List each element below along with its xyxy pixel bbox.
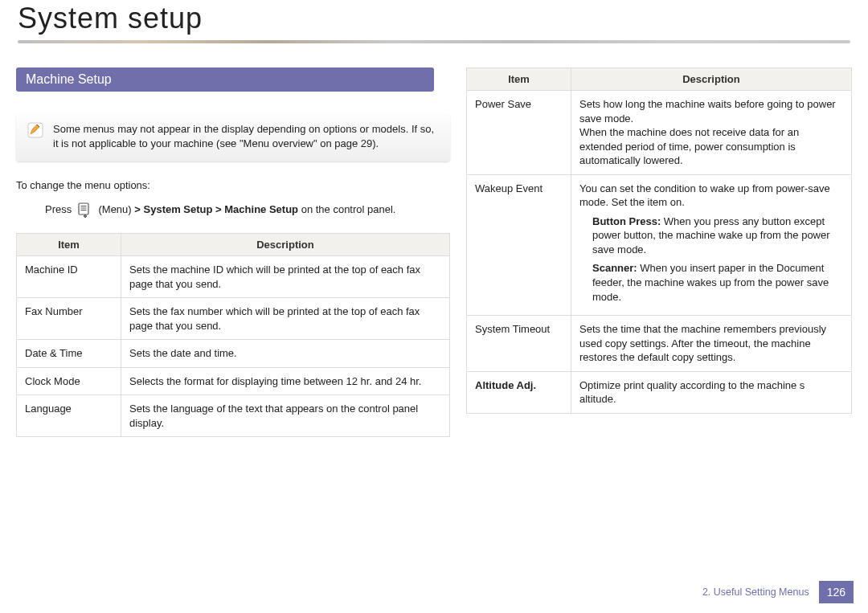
wakeup-intro: You can set the condition to wake up fro…: [579, 182, 830, 209]
cell-item: Altitude Adj.: [467, 371, 571, 413]
cell-desc: Sets the machine ID which will be printe…: [121, 256, 450, 298]
wakeup-option: Scanner: When you insert paper in the Do…: [592, 261, 843, 304]
table-row: Date & Time Sets the date and time.: [17, 340, 450, 368]
settings-table-left: Item Description Machine ID Sets the mac…: [16, 233, 450, 437]
page-title: System setup: [0, 0, 868, 40]
press-suffix: on the control panel.: [301, 204, 396, 216]
cell-desc: Selects the format for displaying time b…: [121, 367, 450, 395]
th-item: Item: [467, 68, 571, 91]
th-item: Item: [17, 234, 121, 256]
cell-desc: Sets the time that the machine remembers…: [571, 316, 852, 372]
table-row: System Timeout Sets the time that the ma…: [467, 316, 852, 372]
left-column: Machine Setup Some menus may not appear …: [16, 67, 450, 437]
content-columns: Machine Setup Some menus may not appear …: [0, 67, 868, 437]
footer: 2. Useful Setting Menus 126: [693, 581, 854, 603]
cell-desc: Sets the language of the text that appea…: [121, 395, 450, 437]
th-description: Description: [121, 234, 450, 256]
table-row: Clock Mode Selects the format for displa…: [17, 367, 450, 395]
title-rule: [18, 40, 850, 43]
cell-item: Date & Time: [17, 340, 121, 368]
menu-icon: [78, 202, 92, 219]
press-prefix: Press: [45, 204, 72, 216]
cell-desc: Sets the fax number which will be printe…: [121, 298, 450, 340]
wakeup-options: Button Press: When you press any button …: [579, 215, 843, 304]
press-menu-word: (Menu): [98, 204, 131, 216]
press-instruction: Press (Menu) > System Setup > Machine Se…: [45, 202, 450, 219]
footer-breadcrumb: 2. Useful Setting Menus: [693, 581, 819, 603]
section-heading: Machine Setup: [16, 67, 434, 92]
cell-item: Language: [17, 395, 121, 437]
table-row: Language Sets the language of the text t…: [17, 395, 450, 437]
th-description: Description: [571, 68, 852, 91]
cell-item: Wakeup Event: [467, 174, 571, 315]
pencil-icon: [27, 122, 43, 138]
table-row: Fax Number Sets the fax number which wil…: [17, 298, 450, 340]
settings-table-right: Item Description Power Save Sets how lon…: [466, 67, 852, 414]
table-row: Machine ID Sets the machine ID which wil…: [17, 256, 450, 298]
note-box: Some menus may not appear in the display…: [16, 114, 450, 161]
lead-text: To change the menu options:: [16, 179, 450, 191]
note-text: Some menus may not appear in the display…: [53, 122, 440, 150]
cell-item: Machine ID: [17, 256, 121, 298]
table-row: Wakeup Event You can set the condition t…: [467, 174, 852, 315]
cell-item: Power Save: [467, 91, 571, 175]
cell-desc: Optimize print quality according to the …: [571, 371, 852, 413]
option-label: Button Press:: [592, 215, 661, 227]
table-row: Altitude Adj. Optimize print quality acc…: [467, 371, 852, 413]
svg-rect-1: [79, 203, 88, 215]
cell-item: Fax Number: [17, 298, 121, 340]
right-column: Item Description Power Save Sets how lon…: [466, 67, 852, 437]
cell-desc: Sets how long the machine waits before g…: [571, 91, 852, 175]
page-number: 126: [819, 581, 854, 603]
cell-desc: You can set the condition to wake up fro…: [571, 174, 852, 315]
press-path: > System Setup > Machine Setup: [134, 204, 298, 216]
table-row: Power Save Sets how long the machine wai…: [467, 91, 852, 175]
option-label: Scanner:: [592, 262, 637, 274]
cell-item: System Timeout: [467, 316, 571, 372]
wakeup-option: Button Press: When you press any button …: [592, 215, 843, 257]
cell-desc: Sets the date and time.: [121, 340, 450, 368]
cell-item: Clock Mode: [17, 367, 121, 395]
